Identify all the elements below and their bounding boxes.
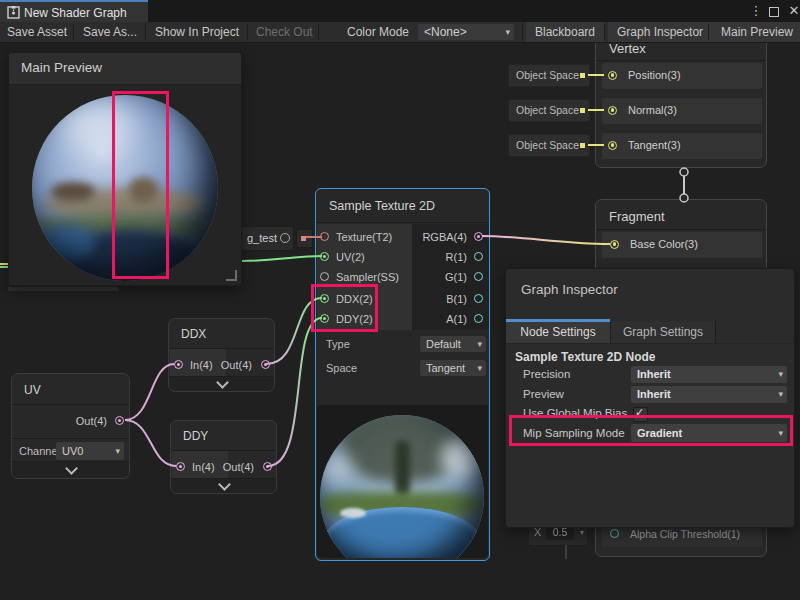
edge-uv2-input[interactable]: [242, 256, 322, 261]
save-asset-button[interactable]: Save Asset: [7, 22, 67, 42]
space-value: Tangent: [426, 362, 465, 374]
check-out-button[interactable]: Check Out: [256, 22, 313, 42]
type-value: Default: [426, 338, 461, 350]
divider: [318, 24, 319, 40]
close-icon[interactable]: ✕: [786, 3, 800, 19]
port-label: Base Color(3): [630, 238, 698, 250]
type-dropdown[interactable]: Default: [420, 336, 486, 352]
property-g-test[interactable]: g_test: [240, 226, 294, 251]
port-label: In(4): [192, 461, 215, 473]
sample-texture-2d-node[interactable]: Sample Texture 2D Texture(T2) UV(2) Samp…: [315, 188, 490, 561]
ddx-out-port[interactable]: [261, 360, 270, 369]
divider: [12, 438, 129, 439]
property-output-stub[interactable]: [296, 229, 313, 248]
kebab-menu-icon[interactable]: ⋮: [748, 3, 764, 19]
tab-label: Graph Settings: [623, 325, 703, 339]
tab-node-settings[interactable]: Node Settings: [506, 321, 611, 343]
active-tab-indicator: [506, 319, 610, 322]
tangent-port[interactable]: [608, 141, 617, 150]
tab-graph-settings[interactable]: Graph Settings: [611, 321, 716, 343]
chevron-down-icon[interactable]: [67, 464, 76, 473]
port-label: RGBA(4): [422, 231, 467, 243]
a-output-port[interactable]: [474, 314, 483, 323]
tab-new-shader-graph[interactable]: New Shader Graph: [0, 0, 148, 22]
normal-port[interactable]: [608, 106, 617, 115]
divider: [145, 24, 146, 40]
port-label: Normal(3): [628, 104, 677, 116]
space-dropdown[interactable]: Tangent: [420, 360, 486, 376]
uv-out-port[interactable]: [115, 416, 124, 425]
precision-label: Precision: [523, 368, 570, 380]
graph-inspector-panel[interactable]: Graph Inspector Node Settings Graph Sett…: [505, 268, 795, 528]
chevron-down-icon[interactable]: ▾: [580, 528, 584, 537]
binding-label: Object Space: [516, 69, 579, 81]
port-label: G(1): [445, 271, 467, 283]
texture-input-port[interactable]: [320, 232, 329, 241]
property-output-port[interactable]: [301, 236, 306, 241]
chevron-down-icon[interactable]: [220, 480, 229, 489]
sampler-input-port[interactable]: [320, 272, 329, 281]
vertex-node[interactable]: Vertex Position(3) Normal(3) Tangent(3): [595, 30, 767, 168]
preview-dropdown[interactable]: Inherit: [631, 386, 787, 403]
r-output-port[interactable]: [474, 252, 483, 261]
panel-edge-strip: [8, 287, 118, 291]
highlight-mip-sampling-row: [509, 415, 793, 446]
ddy-in-port[interactable]: [176, 462, 185, 471]
chevron-down-icon[interactable]: [218, 378, 227, 387]
g-output-port[interactable]: [474, 272, 483, 281]
tab-title: New Shader Graph: [24, 6, 127, 20]
port-label: Out(4): [221, 359, 252, 371]
highlight-preview-strip: [112, 91, 169, 279]
divider: [596, 229, 766, 230]
edge-uv-ddx[interactable]: [125, 364, 174, 420]
color-mode-dropdown[interactable]: <None>: [418, 24, 514, 40]
main-preview-title: Main Preview: [21, 60, 102, 75]
resize-grip[interactable]: [226, 270, 237, 281]
ddx-node-title: DDX: [181, 327, 206, 341]
ddy-out-port[interactable]: [263, 462, 272, 471]
base-color-port[interactable]: [610, 240, 619, 249]
rgba-output-port[interactable]: [474, 232, 483, 241]
exposed-icon: [280, 233, 290, 243]
divider: [522, 24, 523, 40]
color-mode-label: Color Mode: [347, 22, 409, 42]
binding-port: [580, 143, 585, 148]
show-in-project-button[interactable]: Show In Project: [155, 22, 239, 42]
fragment-node-title: Fragment: [609, 209, 665, 224]
binding-object-space-1[interactable]: Object Space: [508, 64, 590, 87]
binding-object-space-2[interactable]: Object Space: [508, 99, 590, 122]
type-label: Type: [326, 338, 350, 350]
preview-value: Inherit: [637, 388, 671, 400]
precision-dropdown[interactable]: Inherit: [631, 366, 787, 383]
divider: [604, 24, 605, 40]
ddx-node[interactable]: DDX In(4) Out(4): [168, 318, 275, 392]
alpha-clip-port[interactable]: [610, 529, 619, 538]
main-preview-toggle[interactable]: Main Preview: [712, 22, 800, 42]
binding-label: Object Space: [516, 104, 579, 116]
blackboard-toggle[interactable]: Blackboard: [526, 22, 604, 42]
vertex-row-normal: Normal(3): [602, 98, 762, 124]
ddy-node-title: DDY: [183, 429, 208, 443]
toolbar: Save Asset Save As... Show In Project Ch…: [0, 22, 800, 43]
save-as-button[interactable]: Save As...: [83, 22, 137, 42]
channel-label: Channe: [19, 445, 56, 457]
edge-rgba-basecolor[interactable]: [482, 236, 610, 244]
ddy-node[interactable]: DDY In(4) Out(4): [170, 420, 277, 494]
b-output-port[interactable]: [474, 294, 483, 303]
maximize-icon[interactable]: [769, 7, 779, 17]
node-preview-area: [317, 405, 488, 558]
port-label: R(1): [446, 251, 467, 263]
node-preview-sphere[interactable]: [320, 415, 484, 558]
uv-input-port[interactable]: [320, 252, 329, 261]
block-connector-top: [680, 168, 688, 176]
uv-node[interactable]: UV Out(4) Channe UV0: [11, 373, 130, 479]
divider: [708, 24, 709, 40]
ddx-in-port[interactable]: [174, 360, 183, 369]
graph-inspector-toggle[interactable]: Graph Inspector: [608, 22, 712, 42]
channel-dropdown[interactable]: UV0: [56, 442, 124, 460]
port-label: Position(3): [628, 69, 681, 81]
position-port[interactable]: [608, 71, 617, 80]
edge-uv-ddy[interactable]: [125, 420, 176, 466]
main-preview-header[interactable]: Main Preview: [9, 53, 241, 85]
binding-object-space-3[interactable]: Object Space: [508, 134, 590, 157]
